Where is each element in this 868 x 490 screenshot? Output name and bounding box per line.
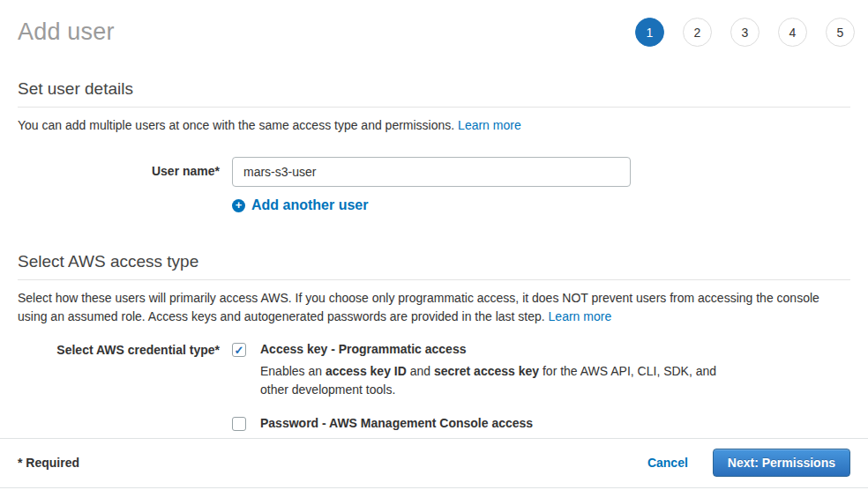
access-key-option-title: Access key - Programmatic access <box>260 342 747 357</box>
access-key-checkbox[interactable]: ✓ <box>232 343 246 357</box>
wizard-content: Set user details You can add multiple us… <box>0 79 868 455</box>
access-type-heading: Select AWS access type <box>18 252 850 271</box>
username-row: User name* <box>18 157 850 187</box>
step-indicator: 1 2 3 4 5 <box>635 18 855 47</box>
section-divider <box>18 279 850 280</box>
step-1: 1 <box>635 18 664 47</box>
username-label: User name* <box>18 157 220 187</box>
step-2: 2 <box>683 18 712 47</box>
password-option-title: Password - AWS Management Console access <box>260 416 718 431</box>
add-another-user-label: Add another user <box>251 197 368 213</box>
footer-actions: Cancel Next: Permissions <box>647 449 850 477</box>
step-3: 3 <box>730 18 760 47</box>
plus-circle-icon: + <box>232 199 245 212</box>
step-5: 5 <box>826 18 855 47</box>
access-type-description-text: Select how these users will primarily ac… <box>18 291 819 323</box>
cancel-button[interactable]: Cancel <box>647 456 688 470</box>
section-divider <box>18 107 850 108</box>
password-checkbox[interactable] <box>232 417 246 431</box>
desc-bold: access key ID <box>326 364 407 378</box>
access-key-option: ✓ Access key - Programmatic access Enabl… <box>232 342 747 399</box>
desc-text: Enables an <box>260 364 326 378</box>
next-permissions-button[interactable]: Next: Permissions <box>713 449 850 477</box>
step-4: 4 <box>778 18 807 47</box>
desc-text: and <box>407 364 434 378</box>
access-type-description: Select how these users will primarily ac… <box>18 289 850 326</box>
add-user-wizard: Add user 1 2 3 4 5 Set user details You … <box>0 0 868 490</box>
access-type-learn-more-link[interactable]: Learn more <box>549 309 612 323</box>
wizard-footer: * Required Cancel Next: Permissions <box>0 438 868 488</box>
add-another-user-link[interactable]: + Add another user <box>232 197 850 213</box>
check-icon: ✓ <box>235 345 244 356</box>
user-details-heading: Set user details <box>18 79 850 99</box>
user-details-learn-more-link[interactable]: Learn more <box>458 118 521 132</box>
username-input[interactable] <box>232 157 631 187</box>
page-title: Add user <box>18 19 115 46</box>
user-details-description-text: You can add multiple users at once with … <box>18 118 454 132</box>
required-note: * Required <box>18 456 79 470</box>
user-details-description: You can add multiple users at once with … <box>18 116 850 135</box>
access-key-option-description: Enables an access key ID and secret acce… <box>260 362 747 399</box>
desc-bold: secret access key <box>434 364 539 378</box>
wizard-header: Add user 1 2 3 4 5 <box>0 0 868 47</box>
access-key-option-texts: Access key - Programmatic access Enables… <box>260 342 747 399</box>
